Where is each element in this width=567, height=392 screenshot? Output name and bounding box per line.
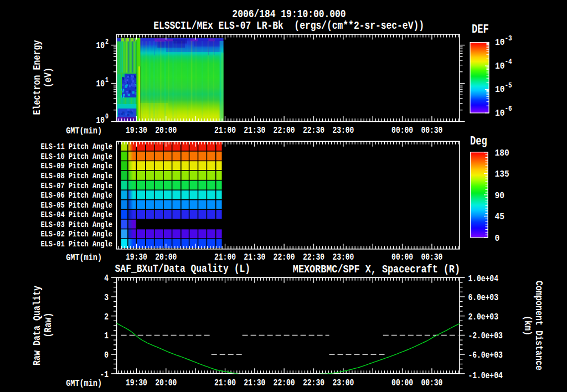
- svg-text:-1.0e+04: -1.0e+04: [468, 371, 503, 381]
- svg-text:180: 180: [495, 148, 509, 159]
- svg-text:2: 2: [104, 312, 109, 322]
- svg-text:21:30: 21:30: [244, 252, 265, 262]
- svg-text:19:30: 19:30: [126, 126, 147, 136]
- svg-text:21:00: 21:00: [214, 126, 236, 136]
- svg-text:22:00: 22:00: [274, 252, 295, 262]
- svg-text:-4: -4: [505, 58, 512, 66]
- svg-text:10: 10: [96, 116, 105, 126]
- svg-text:3: 3: [104, 293, 109, 303]
- svg-text:2.0e+03: 2.0e+03: [468, 312, 498, 322]
- svg-text:10: 10: [495, 85, 504, 95]
- svg-text:21:00: 21:00: [214, 378, 236, 388]
- svg-text:19:30: 19:30: [126, 252, 147, 262]
- svg-text:135: 135: [495, 169, 509, 179]
- svg-text:Raw Data Quality: Raw Data Quality: [32, 286, 43, 365]
- svg-text:2: 2: [105, 39, 109, 46]
- svg-text:19:30: 19:30: [126, 378, 147, 388]
- svg-text:21:00: 21:00: [214, 252, 236, 262]
- svg-text:10: 10: [495, 61, 504, 71]
- svg-text:ELS-08 Pitch Angle: ELS-08 Pitch Angle: [40, 172, 112, 180]
- svg-text:-1: -1: [100, 369, 109, 379]
- svg-text:00:30: 00:30: [421, 252, 442, 262]
- svg-text:00:30: 00:30: [421, 126, 442, 136]
- svg-text:20:00: 20:00: [155, 126, 177, 136]
- svg-text:4: 4: [104, 274, 109, 283]
- svg-text:21:30: 21:30: [244, 378, 265, 388]
- svg-text:00:30: 00:30: [421, 378, 442, 388]
- svg-text:0: 0: [104, 350, 109, 360]
- svg-text:10: 10: [495, 38, 504, 48]
- svg-text:-5: -5: [505, 81, 512, 89]
- svg-text:22:30: 22:30: [303, 252, 324, 262]
- svg-text:23:00: 23:00: [332, 252, 354, 262]
- svg-text:(eV): (eV): [43, 68, 54, 87]
- svg-text:1: 1: [104, 331, 109, 341]
- svg-text:ELS-05 Pitch Angle: ELS-05 Pitch Angle: [40, 201, 112, 210]
- svg-text:1.0e+04: 1.0e+04: [468, 274, 498, 284]
- svg-text:0: 0: [105, 114, 109, 121]
- svg-text:22:00: 22:00: [274, 126, 295, 136]
- svg-text:00:00: 00:00: [391, 252, 413, 262]
- svg-text:(Raw): (Raw): [43, 313, 54, 338]
- svg-text:ELS-11 Pitch Angle: ELS-11 Pitch Angle: [40, 142, 112, 151]
- svg-text:2006/184 19:10:00.000: 2006/184 19:10:00.000: [232, 8, 346, 20]
- svg-text:Component Distance: Component Distance: [533, 281, 544, 370]
- svg-text:-3: -3: [505, 34, 512, 42]
- svg-text:ELS-09 Pitch Angle: ELS-09 Pitch Angle: [40, 162, 112, 171]
- svg-text:GMT(min): GMT(min): [66, 378, 102, 389]
- svg-text:(km): (km): [522, 316, 533, 336]
- svg-text:22:30: 22:30: [303, 378, 324, 388]
- svg-text:20:00: 20:00: [155, 378, 177, 388]
- svg-text:-2.0e+03: -2.0e+03: [468, 331, 503, 341]
- svg-text:Deg: Deg: [470, 135, 487, 148]
- svg-text:ELS-10 Pitch Angle: ELS-10 Pitch Angle: [40, 152, 112, 161]
- svg-text:MEXORBMC/SPF X, Spacecraft (R): MEXORBMC/SPF X, Spacecraft (R): [293, 262, 460, 276]
- svg-text:ELSSCIL/MEx ELS-07 LR-Bk (erg: ELSSCIL/MEx ELS-07 LR-Bk (ergs/(cm**2-sr…: [153, 19, 424, 32]
- svg-text:23:00: 23:00: [332, 126, 354, 136]
- svg-text:23:00: 23:00: [332, 378, 354, 388]
- svg-text:22:30: 22:30: [303, 126, 324, 136]
- svg-text:-6.0e+03: -6.0e+03: [468, 350, 503, 360]
- svg-text:1: 1: [105, 77, 109, 84]
- svg-text:00:00: 00:00: [391, 126, 413, 136]
- svg-text:6.0e+03: 6.0e+03: [468, 293, 498, 303]
- svg-text:22:00: 22:00: [274, 378, 295, 388]
- svg-text:21:30: 21:30: [244, 126, 265, 136]
- svg-text:10: 10: [495, 108, 504, 118]
- svg-text:ELS-07 Pitch Angle: ELS-07 Pitch Angle: [40, 182, 112, 190]
- svg-text:ELS-01 Pitch Angle: ELS-01 Pitch Angle: [40, 240, 112, 249]
- svg-text:0: 0: [495, 233, 500, 244]
- svg-text:90: 90: [495, 190, 504, 201]
- svg-text:Electron Energy: Electron Energy: [32, 40, 43, 115]
- svg-text:ELS-03 Pitch Angle: ELS-03 Pitch Angle: [40, 220, 112, 229]
- svg-text:10: 10: [96, 41, 105, 51]
- svg-text:GMT(min): GMT(min): [66, 252, 102, 263]
- svg-text:ELS-06 Pitch Angle: ELS-06 Pitch Angle: [40, 191, 112, 200]
- svg-text:ELS-02 Pitch Angle: ELS-02 Pitch Angle: [40, 230, 112, 239]
- svg-text:GMT(min): GMT(min): [66, 125, 102, 136]
- svg-text:20:00: 20:00: [155, 252, 177, 262]
- svg-text:SAF_BXuT/Data Quality (L): SAF_BXuT/Data Quality (L): [115, 263, 250, 276]
- svg-text:-6: -6: [505, 105, 512, 113]
- svg-text:ELS-04 Pitch Angle: ELS-04 Pitch Angle: [40, 210, 112, 219]
- svg-text:DEF: DEF: [472, 23, 489, 36]
- svg-text:00:00: 00:00: [391, 378, 413, 388]
- svg-text:10: 10: [96, 79, 105, 89]
- svg-text:45: 45: [495, 212, 504, 223]
